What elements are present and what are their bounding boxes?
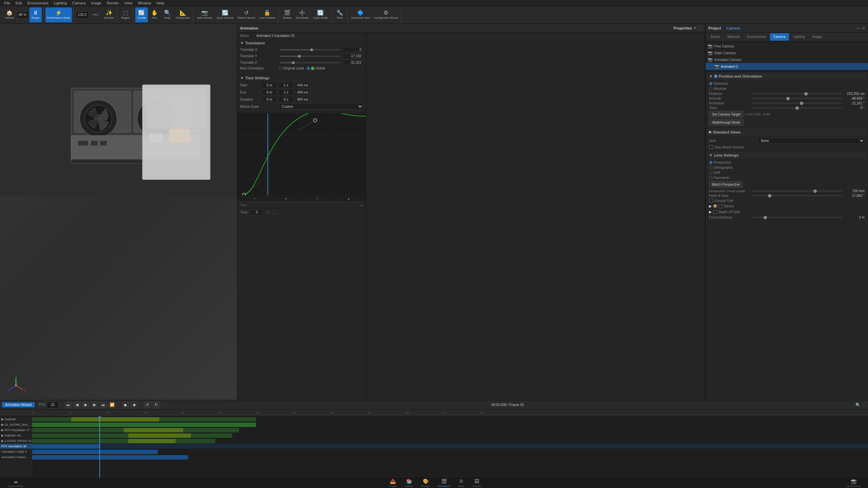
azimuth-slider[interactable] <box>752 98 842 99</box>
playhead[interactable] <box>99 416 100 478</box>
lock-camera-btn[interactable]: 🔒 Lock Camera <box>258 7 277 22</box>
dur-m-input[interactable] <box>262 96 277 102</box>
clip-rtx17-green[interactable] <box>32 428 239 432</box>
end-s-input[interactable] <box>278 89 294 95</box>
skip-to-start-btn[interactable]: ⏮ <box>64 402 72 408</box>
clip-explode-mir-green[interactable] <box>32 433 232 438</box>
end-m-input[interactable] <box>262 89 277 95</box>
add-camera-btn[interactable]: 📷 Add Camera <box>195 7 214 22</box>
library-btn[interactable]: 📚 Library <box>401 479 417 488</box>
menu-view[interactable]: View <box>122 0 135 6</box>
region-btn[interactable]: ⬚ Region <box>119 7 132 22</box>
animation-btn[interactable]: 🎬 Animation <box>434 479 454 488</box>
clip-anim2-trans-blue[interactable] <box>32 455 188 460</box>
clip-explode-green[interactable] <box>32 417 256 422</box>
tree-animated-camera[interactable]: 📷 Animated Camera <box>706 56 868 63</box>
clip-rtx30-blue[interactable] <box>32 444 99 449</box>
menu-camera[interactable]: Camera <box>70 0 88 6</box>
next-frame-btn[interactable]: ▶ <box>91 402 98 408</box>
cycle-studio-btn[interactable]: 🔃 Cycle Studio <box>311 7 330 22</box>
track-label-rtx17[interactable]: ▶ RTX translation 17 <box>0 427 32 433</box>
tumble-btn[interactable]: 🔄 Tumble <box>135 7 147 22</box>
dolly-btn[interactable]: 🔍 Dolly <box>161 7 174 22</box>
dur-s-input[interactable] <box>278 96 294 102</box>
end-ms-input[interactable] <box>295 89 310 95</box>
translation-section-header[interactable]: ▼ Translation <box>240 41 363 45</box>
cycle-camera-btn[interactable]: 🔃 Cycle Camera <box>215 7 235 22</box>
default-btn[interactable]: 🏠 Default <box>3 7 16 22</box>
loop-btn[interactable]: 🔁 <box>108 402 116 408</box>
right-panel-close[interactable]: ✕ <box>862 26 865 30</box>
translate-z-slider[interactable] <box>280 62 340 63</box>
pan-btn[interactable]: ✋ Pan <box>149 7 161 22</box>
cloud-library-btn[interactable]: ☁ Cloud Library <box>3 479 28 488</box>
track-label-explode-mir[interactable]: ▶ Explode mir... <box>0 433 32 438</box>
focus-distance-slider[interactable] <box>752 217 842 218</box>
global-radio[interactable]: Global <box>307 66 325 70</box>
depth-of-field-checkbox[interactable] <box>713 210 717 214</box>
track-label-rtx30[interactable]: RTX translation 30 <box>0 444 32 449</box>
skip-to-end-btn[interactable]: ⏭ <box>100 402 107 408</box>
import-btn[interactable]: 📥 Import <box>385 479 401 488</box>
reset-camera-btn[interactable]: ↺ Reset Camera <box>236 7 257 22</box>
fov-slider[interactable] <box>752 195 842 196</box>
position-orientation-header[interactable]: ▼ Position and Orientation <box>707 73 867 80</box>
tools-btn[interactable]: 🔧 Tools <box>334 7 346 22</box>
translate-x-slider[interactable] <box>280 49 340 50</box>
pause-btn[interactable]: ⏸ Pause <box>29 7 42 22</box>
timeline-zoom-icon[interactable]: 🔍 <box>855 403 861 407</box>
bake-btn[interactable]: ⚙ Bake <box>454 479 468 488</box>
clip-anim2-dolly-blue[interactable] <box>32 450 158 454</box>
stereo-checkbox[interactable] <box>718 204 723 208</box>
add-studio-btn[interactable]: ➕ Add Studio <box>294 7 311 22</box>
axis-orientation-radios[interactable]: Original Local Global <box>279 66 325 70</box>
performance-mode-btn[interactable]: ⚡ Performance Mode <box>45 7 72 22</box>
standard-views-header[interactable]: ▶ Standard Views <box>707 128 867 136</box>
spherical-radio[interactable]: Spherical <box>709 82 761 85</box>
menu-environment[interactable]: Environment <box>25 0 51 6</box>
start-ms-input[interactable] <box>295 82 310 88</box>
start-m-input[interactable] <box>262 82 277 88</box>
absolute-radio[interactable]: Absolute <box>709 87 761 90</box>
perspective-lens-radio[interactable]: Perspective <box>709 161 761 164</box>
menu-image[interactable]: Image <box>88 0 104 6</box>
stay-above-ground-checkbox[interactable] <box>709 145 713 149</box>
tab-scene[interactable]: Scene <box>707 33 723 41</box>
timeline-tracks[interactable] <box>32 416 868 478</box>
tree-static-camera[interactable]: 📷 Static Camera <box>706 49 868 56</box>
grid-select[interactable]: None <box>758 138 865 144</box>
start-s-input[interactable] <box>278 82 294 88</box>
tab-image[interactable]: Image <box>809 33 825 41</box>
dur-ms-input[interactable] <box>295 96 310 102</box>
curve-nav-icons[interactable]: ⟨⟩ <box>267 210 270 215</box>
perspective-btn[interactable]: 📐 Perspective <box>174 7 192 22</box>
curve-editor[interactable]: Time ▲ ••• ◀ 2s ▲ <box>237 113 366 208</box>
inclination-slider[interactable] <box>752 103 842 104</box>
match-perspective-btn[interactable]: Match Perspective <box>709 181 743 188</box>
track-label-explode[interactable]: ▶ Explode <box>0 416 32 422</box>
ground-grid-checkbox[interactable] <box>709 199 713 203</box>
clip-rtx2080-green[interactable] <box>32 423 256 427</box>
tab-camera[interactable]: Camera <box>770 33 789 41</box>
menu-lighting[interactable]: Lighting <box>51 0 70 6</box>
twist-slider[interactable] <box>752 107 842 108</box>
curve-expand-icon[interactable]: ⛶ <box>273 210 277 215</box>
panoramic-radio[interactable]: Panoramic <box>709 176 761 180</box>
set-camera-target-btn[interactable]: Set Camera Target <box>709 111 744 118</box>
fps-input[interactable] <box>47 402 59 408</box>
focal-length-slider[interactable] <box>752 190 842 191</box>
menu-window[interactable]: Window <box>135 0 154 6</box>
orthographic-radio[interactable]: Orthographic <box>709 166 761 169</box>
track-label-anim2-trans[interactable]: Animated 2 transl... <box>0 454 32 460</box>
redo-anim-btn[interactable]: ↻ <box>153 402 160 408</box>
tree-animated-2[interactable]: 📷 Animated 2 <box>706 63 868 70</box>
design-btn[interactable]: 🎨 Design <box>417 479 434 488</box>
screenshot-btn[interactable]: 📸 Screenshot <box>843 479 865 488</box>
menu-file[interactable]: File <box>1 0 13 6</box>
play-btn[interactable]: ▶ <box>82 402 90 408</box>
keyframe-btn[interactable]: ◆ <box>131 402 138 408</box>
menu-edit[interactable]: Edit <box>13 0 25 6</box>
menu-help[interactable]: Help <box>154 0 167 6</box>
studios-btn[interactable]: 🎬 Studios <box>281 7 293 22</box>
menu-render[interactable]: Render <box>104 0 122 6</box>
